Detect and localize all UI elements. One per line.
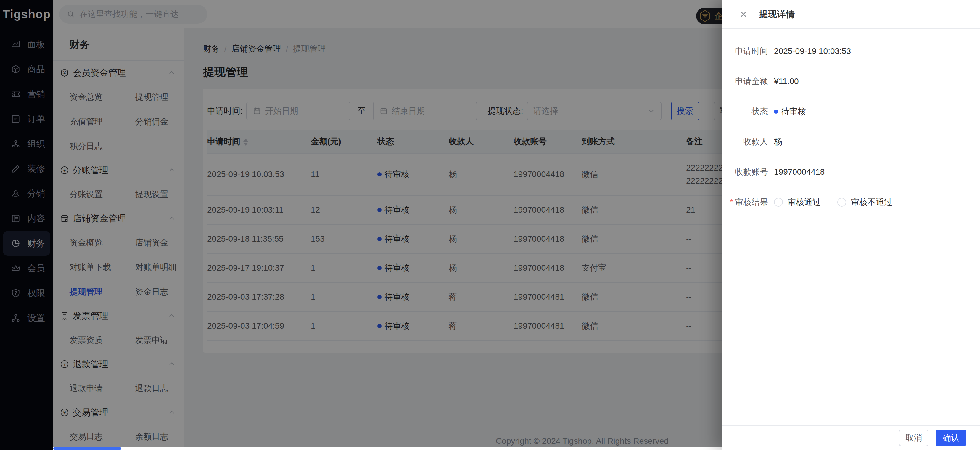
field-payee: 收款人 杨	[722, 136, 980, 148]
field-label: 收款账号	[722, 166, 768, 178]
radio-label: 审核不通过	[851, 197, 892, 208]
field-value: 19970004418	[774, 167, 825, 177]
field-label: 申请时间	[722, 46, 768, 57]
close-icon[interactable]	[738, 9, 749, 19]
radio-circle-icon[interactable]	[774, 198, 783, 207]
field-label: 申请金额	[722, 76, 768, 87]
field-label: 收款人	[722, 136, 768, 148]
radio-label: 审核通过	[788, 197, 821, 208]
horizontal-scrollbar[interactable]	[53, 447, 722, 450]
field-audit-result: *审核结果 审核通过 审核不通过	[722, 197, 980, 208]
withdrawal-detail-drawer: 提现详情 申请时间 2025-09-19 10:03:53 申请金额 ¥11.0…	[722, 0, 980, 450]
field-value: 2025-09-19 10:03:53	[774, 46, 851, 56]
field-account: 收款账号 19970004418	[722, 166, 980, 178]
field-value: 待审核	[774, 106, 806, 117]
confirm-button[interactable]: 确认	[935, 429, 966, 446]
field-value: ¥11.00	[774, 77, 799, 86]
app-root: Tigshop 面板 商品 营销 订单 组织	[0, 0, 980, 450]
modal-overlay[interactable]	[0, 0, 722, 450]
field-apply-amount: 申请金额 ¥11.00	[722, 76, 980, 87]
drawer-footer: 取消 确认	[722, 425, 980, 450]
field-value: 杨	[774, 136, 782, 148]
field-status: 状态 待审核	[722, 106, 980, 117]
drawer-title: 提现详情	[759, 8, 795, 21]
field-label: *审核结果	[722, 197, 768, 208]
scrollbar-thumb[interactable]	[53, 447, 121, 450]
field-apply-time: 申请时间 2025-09-19 10:03:53	[722, 46, 980, 57]
radio-circle-icon[interactable]	[837, 198, 846, 207]
drawer-body: 申请时间 2025-09-19 10:03:53 申请金额 ¥11.00 状态 …	[722, 29, 980, 425]
required-asterisk: *	[730, 197, 733, 207]
status-dot	[774, 110, 778, 114]
radio-audit-fail[interactable]: 审核不通过	[837, 197, 892, 208]
cancel-button[interactable]: 取消	[899, 429, 929, 446]
radio-audit-pass[interactable]: 审核通过	[774, 197, 821, 208]
field-label: 状态	[722, 106, 768, 117]
drawer-header: 提现详情	[722, 0, 980, 29]
